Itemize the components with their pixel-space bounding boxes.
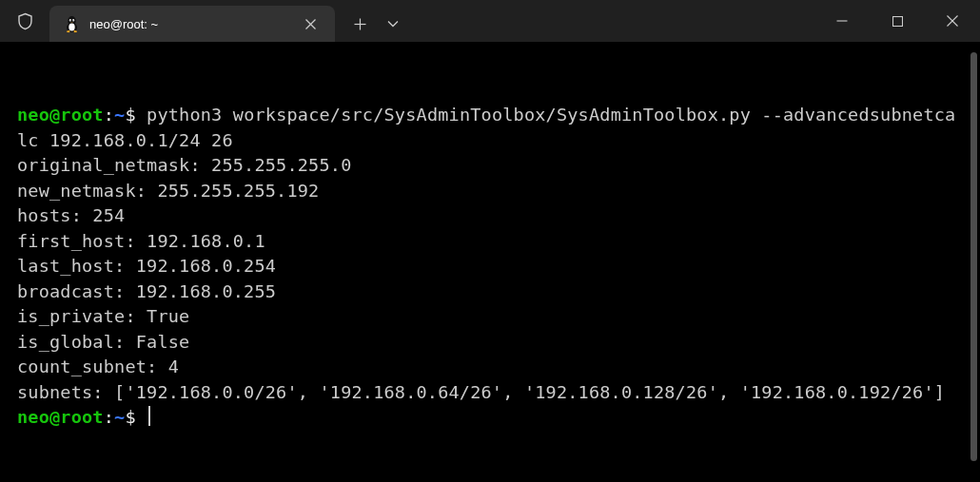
shield-icon: [17, 12, 33, 30]
prompt-userhost: neo@root: [17, 407, 104, 427]
plus-icon: [354, 18, 366, 30]
svg-point-5: [69, 20, 70, 21]
svg-point-2: [69, 23, 74, 30]
window-controls: [814, 0, 980, 42]
shield-icon-button[interactable]: [0, 0, 49, 42]
output-line: first_host: 192.168.0.1: [17, 231, 265, 251]
close-icon: [947, 15, 958, 27]
minimize-button[interactable]: [814, 0, 870, 42]
titlebar-drag-area[interactable]: [407, 0, 814, 42]
output-line: hosts: 254: [17, 205, 125, 225]
minimize-icon: [836, 15, 848, 27]
output-line: is_private: True: [17, 306, 189, 326]
output-line: last_host: 192.168.0.254: [17, 256, 276, 276]
prompt-line: neo@root:~$: [17, 407, 150, 427]
output-line: subnets: ['192.168.0.0/26', '192.168.0.6…: [17, 382, 945, 402]
prompt-path: ~: [114, 105, 125, 125]
output-line: new_netmask: 255.255.255.192: [17, 181, 319, 201]
cursor: [148, 406, 150, 426]
tab-dropdown-button[interactable]: [379, 6, 407, 42]
terminal-pane[interactable]: neo@root:~$ python3 workspace/src/SysAdm…: [0, 42, 980, 482]
output-line: broadcast: 192.168.0.255: [17, 281, 276, 301]
new-tab-button[interactable]: [341, 6, 379, 42]
tux-icon: [63, 15, 80, 32]
output-line: count_subnet: 4: [17, 357, 179, 376]
tab-active[interactable]: neo@root: ~: [49, 6, 335, 42]
scrollbar[interactable]: [970, 52, 977, 461]
prompt-path: ~: [114, 407, 125, 427]
maximize-icon: [892, 16, 903, 27]
tab-close-button[interactable]: [297, 10, 323, 37]
output-line: is_global: False: [17, 332, 189, 352]
output-line: original_netmask: 255.255.255.0: [17, 155, 351, 175]
svg-rect-12: [892, 16, 902, 26]
titlebar: neo@root: ~: [0, 0, 980, 42]
tab-title: neo@root: ~: [89, 17, 287, 31]
prompt-userhost: neo@root: [17, 105, 104, 125]
prompt-colon: :: [104, 407, 114, 427]
prompt-line: neo@root:~$ python3 workspace/src/SysAdm…: [17, 105, 955, 150]
maximize-button[interactable]: [870, 0, 925, 42]
prompt-dollar: $: [125, 407, 147, 427]
close-window-button[interactable]: [925, 0, 980, 42]
prompt-colon: :: [104, 105, 114, 125]
prompt-dollar: $: [125, 105, 147, 125]
chevron-down-icon: [387, 20, 399, 28]
svg-point-6: [72, 20, 73, 21]
tab-controls: [335, 6, 407, 42]
close-icon: [305, 19, 316, 29]
command-text: python3 workspace/src/SysAdminToolbox/Sy…: [17, 105, 955, 150]
